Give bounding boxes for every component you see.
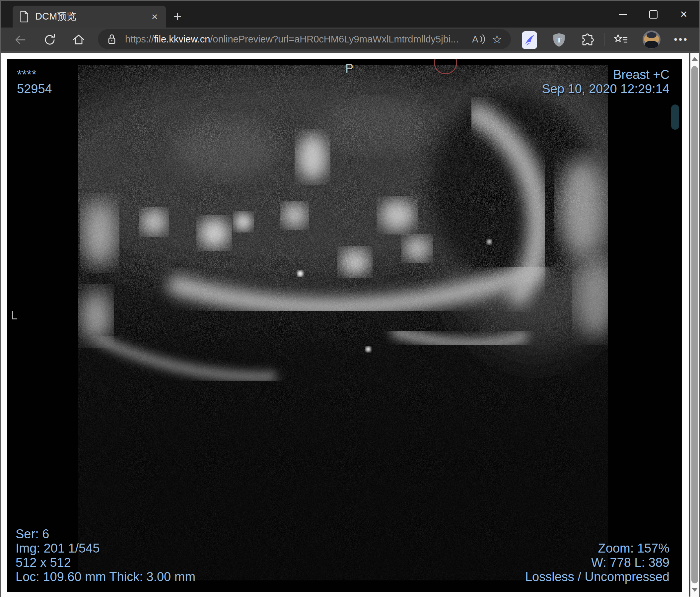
- lock-icon: [106, 32, 118, 46]
- overlay-bottom-left: Ser: 6 Img: 201 1/545 512 x 512 Loc: 109…: [16, 527, 195, 584]
- tab-strip: DCM预览 × + ×: [1, 1, 699, 28]
- dicom-viewer[interactable]: P L **** 52954 Breast +C Sep 10, 2020 12…: [7, 59, 682, 592]
- thunder-bird-icon: [522, 31, 537, 49]
- tab-dcm-preview[interactable]: DCM预览 ×: [12, 6, 166, 28]
- accession-number: 52954: [17, 82, 52, 96]
- reload-icon: [43, 32, 57, 47]
- svg-text:A: A: [472, 34, 478, 45]
- page-background: P L **** 52954 Breast +C Sep 10, 2020 12…: [1, 53, 690, 597]
- url-scheme: https://: [125, 34, 154, 45]
- url-text[interactable]: https://file.kkview.cn/onlinePreview?url…: [125, 34, 470, 45]
- maximize-icon: [649, 10, 657, 19]
- orientation-marker-left: L: [11, 308, 18, 322]
- toolbar: https://file.kkview.cn/onlinePreview?url…: [1, 28, 699, 53]
- url-host: file.kkview.cn: [154, 34, 210, 45]
- url-path: /onlinePreview?url=aHR0cHM6Ly9maWxlLmtrd…: [210, 34, 458, 45]
- browser-scrollbar[interactable]: [691, 53, 699, 597]
- shield-t-icon: T: [552, 32, 566, 48]
- window-controls: ×: [607, 1, 699, 28]
- profile-avatar[interactable]: [643, 30, 660, 48]
- close-button[interactable]: ×: [669, 1, 699, 28]
- window-level: W: 778 L: 389: [525, 555, 670, 570]
- back-button[interactable]: [13, 32, 28, 47]
- mri-image: [78, 65, 608, 580]
- settings-menu-button[interactable]: •••: [672, 31, 691, 47]
- home-button[interactable]: [71, 32, 86, 47]
- orientation-marker-posterior: P: [345, 62, 353, 76]
- document-icon: [19, 10, 29, 23]
- home-icon: [71, 32, 86, 47]
- compression-info: Lossless / Uncompressed: [525, 570, 670, 584]
- patient-id-masked: ****: [17, 68, 52, 82]
- new-tab-button[interactable]: +: [170, 9, 185, 25]
- favorites-button[interactable]: [612, 31, 629, 49]
- address-bar[interactable]: https://file.kkview.cn/onlinePreview?url…: [98, 29, 511, 49]
- study-description: Breast +C: [542, 68, 670, 82]
- favorites-star-list-icon: [613, 33, 629, 47]
- read-aloud-icon: A: [471, 32, 486, 46]
- extension-shield-button[interactable]: T: [550, 31, 568, 49]
- close-icon: ×: [680, 8, 687, 20]
- minimize-icon: [619, 14, 627, 15]
- image-index: Img: 201 1/545: [16, 541, 195, 555]
- minimize-button[interactable]: [607, 1, 638, 28]
- tab-close-icon[interactable]: ×: [147, 9, 162, 24]
- read-aloud-button[interactable]: A: [470, 31, 486, 47]
- tab-title: DCM预览: [35, 10, 147, 23]
- scroll-up-arrow-icon[interactable]: [691, 57, 698, 61]
- extension-thunder-button[interactable]: [521, 31, 538, 49]
- puzzle-icon: [580, 32, 596, 48]
- bookmark-star-icon[interactable]: ☆: [489, 31, 505, 47]
- scrollbar-thumb[interactable]: [691, 66, 698, 583]
- browser-window: DCM预览 × + ×: [0, 0, 700, 597]
- image-matrix: 512 x 512: [16, 555, 195, 570]
- viewer-scroll-thumb[interactable]: [671, 104, 679, 130]
- extensions-button[interactable]: [580, 31, 597, 49]
- toolbar-divider: [604, 33, 604, 46]
- scroll-down-arrow-icon[interactable]: [691, 588, 698, 592]
- zoom-level: Zoom: 157%: [525, 541, 670, 555]
- maximize-button[interactable]: [638, 1, 669, 28]
- overlay-top-left: **** 52954: [17, 68, 52, 96]
- reload-button[interactable]: [43, 32, 57, 47]
- series-number: Ser: 6: [16, 527, 195, 541]
- svg-text:T: T: [557, 36, 562, 44]
- study-datetime: Sep 10, 2020 12:29:14: [542, 82, 670, 96]
- overlay-bottom-right: Zoom: 157% W: 778 L: 389 Lossless / Unco…: [525, 541, 670, 584]
- slice-location: Loc: 109.60 mm Thick: 3.00 mm: [16, 570, 195, 584]
- overlay-top-right: Breast +C Sep 10, 2020 12:29:14: [542, 68, 670, 96]
- back-arrow-icon: [13, 32, 28, 47]
